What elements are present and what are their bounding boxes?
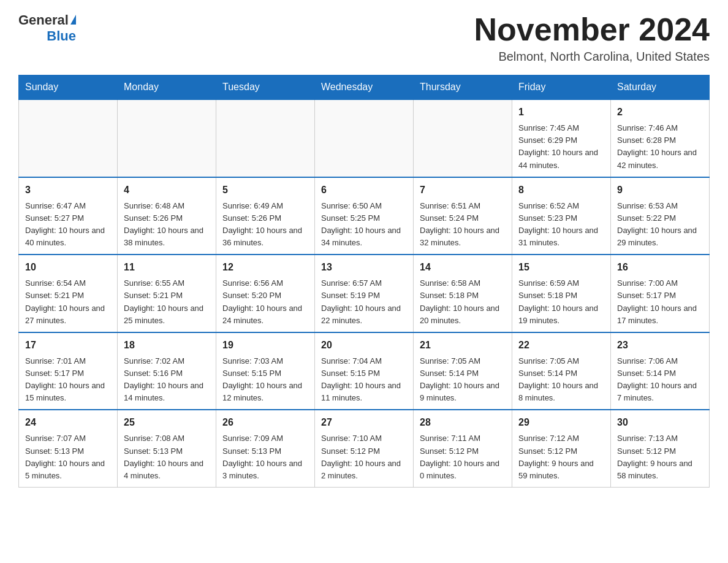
day-number: 13	[321, 260, 407, 275]
day-number: 10	[25, 260, 111, 275]
day-of-week-header: Thursday	[414, 75, 512, 100]
day-number: 1	[518, 105, 604, 120]
calendar-cell: 14Sunrise: 6:58 AMSunset: 5:18 PMDayligh…	[414, 255, 512, 332]
week-row: 10Sunrise: 6:54 AMSunset: 5:21 PMDayligh…	[19, 255, 710, 332]
week-row: 17Sunrise: 7:01 AMSunset: 5:17 PMDayligh…	[19, 332, 710, 410]
day-info: Sunrise: 6:59 AMSunset: 5:18 PMDaylight:…	[518, 277, 604, 327]
calendar-cell: 20Sunrise: 7:04 AMSunset: 5:15 PMDayligh…	[315, 332, 414, 410]
day-info: Sunrise: 7:09 AMSunset: 5:13 PMDaylight:…	[222, 432, 308, 482]
calendar-cell: 1Sunrise: 7:45 AMSunset: 6:29 PMDaylight…	[512, 99, 611, 177]
day-number: 4	[124, 183, 210, 197]
day-number: 24	[25, 415, 111, 430]
calendar-cell: 9Sunrise: 6:53 AMSunset: 5:22 PMDaylight…	[611, 177, 710, 255]
day-number: 6	[321, 183, 407, 197]
calendar-cell: 6Sunrise: 6:50 AMSunset: 5:25 PMDaylight…	[315, 177, 414, 255]
day-number: 17	[25, 338, 111, 353]
calendar-cell: 27Sunrise: 7:10 AMSunset: 5:12 PMDayligh…	[315, 410, 414, 487]
day-info: Sunrise: 7:13 AMSunset: 5:12 PMDaylight:…	[617, 432, 703, 482]
day-number: 28	[420, 415, 506, 430]
day-of-week-header: Wednesday	[315, 75, 414, 100]
day-info: Sunrise: 6:47 AMSunset: 5:27 PMDaylight:…	[25, 200, 111, 250]
day-info: Sunrise: 6:58 AMSunset: 5:18 PMDaylight:…	[420, 277, 506, 327]
day-info: Sunrise: 7:00 AMSunset: 5:17 PMDaylight:…	[617, 277, 703, 327]
day-info: Sunrise: 7:10 AMSunset: 5:12 PMDaylight:…	[321, 432, 407, 482]
day-info: Sunrise: 7:02 AMSunset: 5:16 PMDaylight:…	[124, 355, 210, 405]
day-number: 19	[222, 338, 308, 353]
calendar-cell: 19Sunrise: 7:03 AMSunset: 5:15 PMDayligh…	[216, 332, 315, 410]
calendar-cell	[118, 99, 216, 177]
calendar-cell: 11Sunrise: 6:55 AMSunset: 5:21 PMDayligh…	[118, 255, 216, 332]
day-number: 16	[617, 260, 703, 275]
day-info: Sunrise: 7:05 AMSunset: 5:14 PMDaylight:…	[420, 355, 506, 405]
calendar-cell: 7Sunrise: 6:51 AMSunset: 5:24 PMDaylight…	[414, 177, 512, 255]
day-info: Sunrise: 6:54 AMSunset: 5:21 PMDaylight:…	[25, 277, 111, 327]
calendar-cell	[414, 99, 512, 177]
day-info: Sunrise: 7:06 AMSunset: 5:14 PMDaylight:…	[617, 355, 703, 405]
day-of-week-header: Tuesday	[216, 75, 315, 100]
day-number: 27	[321, 415, 407, 430]
header: General Blue November 2024 Belmont, Nort…	[18, 12, 710, 64]
calendar-table: SundayMondayTuesdayWednesdayThursdayFrid…	[18, 75, 710, 488]
calendar-cell: 25Sunrise: 7:08 AMSunset: 5:13 PMDayligh…	[118, 410, 216, 487]
day-number: 5	[222, 183, 308, 197]
day-number: 22	[518, 338, 604, 353]
logo-blue-text: Blue	[47, 28, 76, 44]
calendar-cell: 8Sunrise: 6:52 AMSunset: 5:23 PMDaylight…	[512, 177, 611, 255]
day-info: Sunrise: 6:57 AMSunset: 5:19 PMDaylight:…	[321, 277, 407, 327]
day-info: Sunrise: 7:11 AMSunset: 5:12 PMDaylight:…	[420, 432, 506, 482]
day-number: 25	[124, 415, 210, 430]
month-title: November 2024	[474, 12, 710, 47]
day-number: 20	[321, 338, 407, 353]
calendar-cell: 29Sunrise: 7:12 AMSunset: 5:12 PMDayligh…	[512, 410, 611, 487]
week-row: 1Sunrise: 7:45 AMSunset: 6:29 PMDaylight…	[19, 99, 710, 177]
calendar-cell: 24Sunrise: 7:07 AMSunset: 5:13 PMDayligh…	[19, 410, 118, 487]
logo-general-text: General	[18, 12, 69, 28]
calendar-cell: 5Sunrise: 6:49 AMSunset: 5:26 PMDaylight…	[216, 177, 315, 255]
calendar-cell: 30Sunrise: 7:13 AMSunset: 5:12 PMDayligh…	[611, 410, 710, 487]
day-number: 2	[617, 105, 703, 120]
day-info: Sunrise: 6:56 AMSunset: 5:20 PMDaylight:…	[222, 277, 308, 327]
day-number: 11	[124, 260, 210, 275]
calendar-cell: 12Sunrise: 6:56 AMSunset: 5:20 PMDayligh…	[216, 255, 315, 332]
day-info: Sunrise: 6:51 AMSunset: 5:24 PMDaylight:…	[420, 200, 506, 250]
day-of-week-header: Saturday	[611, 75, 710, 100]
day-number: 26	[222, 415, 308, 430]
calendar-cell	[19, 99, 118, 177]
day-of-week-header: Friday	[512, 75, 611, 100]
day-info: Sunrise: 7:08 AMSunset: 5:13 PMDaylight:…	[124, 432, 210, 482]
calendar-cell	[216, 99, 315, 177]
logo: General Blue	[18, 12, 76, 44]
week-row: 24Sunrise: 7:07 AMSunset: 5:13 PMDayligh…	[19, 410, 710, 487]
calendar-cell	[315, 99, 414, 177]
logo-triangle-icon	[70, 15, 76, 25]
day-number: 8	[518, 183, 604, 197]
day-info: Sunrise: 6:50 AMSunset: 5:25 PMDaylight:…	[321, 200, 407, 250]
calendar-cell: 21Sunrise: 7:05 AMSunset: 5:14 PMDayligh…	[414, 332, 512, 410]
day-info: Sunrise: 6:55 AMSunset: 5:21 PMDaylight:…	[124, 277, 210, 327]
day-info: Sunrise: 6:49 AMSunset: 5:26 PMDaylight:…	[222, 200, 308, 250]
day-info: Sunrise: 6:52 AMSunset: 5:23 PMDaylight:…	[518, 200, 604, 250]
location-subtitle: Belmont, North Carolina, United States	[474, 50, 710, 64]
day-number: 18	[124, 338, 210, 353]
day-number: 23	[617, 338, 703, 353]
day-info: Sunrise: 7:45 AMSunset: 6:29 PMDaylight:…	[518, 122, 604, 172]
day-info: Sunrise: 7:05 AMSunset: 5:14 PMDaylight:…	[518, 355, 604, 405]
calendar-cell: 17Sunrise: 7:01 AMSunset: 5:17 PMDayligh…	[19, 332, 118, 410]
day-info: Sunrise: 6:48 AMSunset: 5:26 PMDaylight:…	[124, 200, 210, 250]
calendar-cell: 2Sunrise: 7:46 AMSunset: 6:28 PMDaylight…	[611, 99, 710, 177]
day-info: Sunrise: 7:03 AMSunset: 5:15 PMDaylight:…	[222, 355, 308, 405]
calendar-cell: 4Sunrise: 6:48 AMSunset: 5:26 PMDaylight…	[118, 177, 216, 255]
calendar-cell: 26Sunrise: 7:09 AMSunset: 5:13 PMDayligh…	[216, 410, 315, 487]
calendar-cell: 23Sunrise: 7:06 AMSunset: 5:14 PMDayligh…	[611, 332, 710, 410]
day-number: 30	[617, 415, 703, 430]
calendar-cell: 28Sunrise: 7:11 AMSunset: 5:12 PMDayligh…	[414, 410, 512, 487]
day-number: 12	[222, 260, 308, 275]
day-info: Sunrise: 7:12 AMSunset: 5:12 PMDaylight:…	[518, 432, 604, 482]
day-number: 21	[420, 338, 506, 353]
day-number: 15	[518, 260, 604, 275]
week-row: 3Sunrise: 6:47 AMSunset: 5:27 PMDaylight…	[19, 177, 710, 255]
day-number: 14	[420, 260, 506, 275]
calendar-cell: 16Sunrise: 7:00 AMSunset: 5:17 PMDayligh…	[611, 255, 710, 332]
day-info: Sunrise: 7:01 AMSunset: 5:17 PMDaylight:…	[25, 355, 111, 405]
day-of-week-header: Sunday	[19, 75, 118, 100]
